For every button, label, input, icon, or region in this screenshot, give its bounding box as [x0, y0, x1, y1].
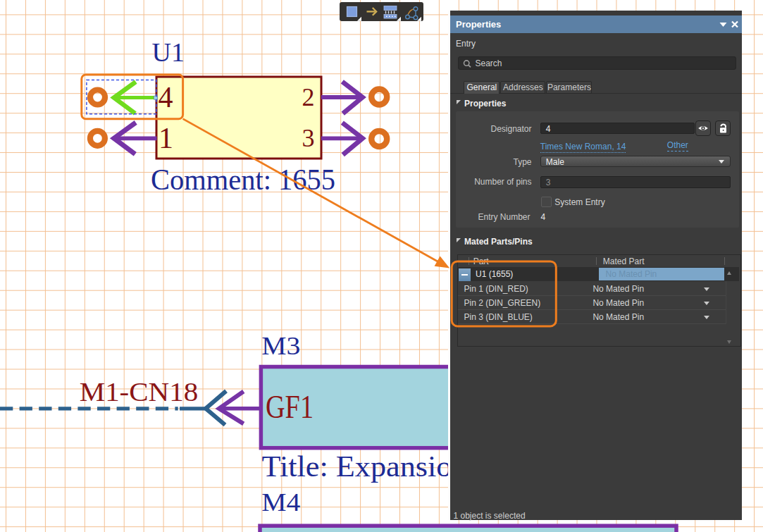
- svg-text:U1: U1: [152, 37, 185, 67]
- svg-text:M4: M4: [261, 488, 300, 516]
- svg-text:2: 2: [302, 83, 315, 111]
- svg-text:4: 4: [159, 81, 173, 113]
- svg-text:1: 1: [159, 122, 173, 154]
- svg-text:Comment: 1655: Comment: 1655: [151, 163, 335, 196]
- svg-text:M3: M3: [261, 332, 300, 360]
- svg-text:GF1: GF1: [266, 389, 314, 425]
- svg-text:Title: Expansion: Title: Expansion: [262, 450, 468, 483]
- svg-text:M1-CN18: M1-CN18: [80, 378, 199, 407]
- svg-text:3: 3: [302, 124, 315, 152]
